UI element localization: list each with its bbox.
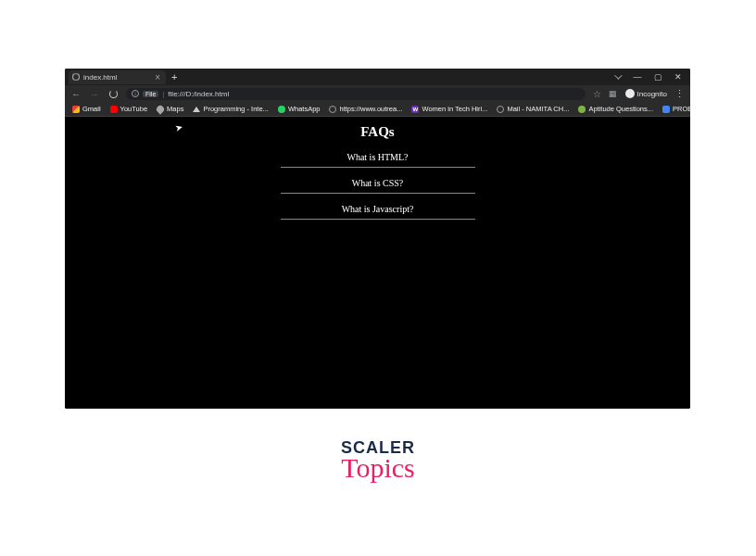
bookmark-label: YouTube	[120, 105, 147, 113]
browser-window: index.html × + — ▢ ✕ ← → i File | file:/…	[65, 69, 690, 409]
docs-icon	[662, 106, 670, 113]
bookmark-label: Gmail	[82, 105, 101, 113]
back-button[interactable]: ←	[70, 88, 82, 99]
incognito-label: Incognito	[637, 90, 667, 98]
site-info-icon[interactable]: i	[132, 90, 139, 97]
incognito-icon	[625, 89, 635, 98]
tab-strip: index.html × +	[69, 70, 607, 84]
bookmarks-bar: Gmail YouTube Maps Programming - Inte...…	[65, 102, 690, 117]
bookmark-problems[interactable]: PROBLEMS ON TRE...	[662, 105, 690, 113]
bookmark-aptitude[interactable]: Aptitude Questions...	[578, 105, 653, 113]
close-tab-icon[interactable]: ×	[155, 72, 160, 82]
bookmark-label: Programming - Inte...	[203, 105, 268, 113]
browser-tab[interactable]: index.html ×	[69, 70, 166, 84]
bookmark-women-tech[interactable]: WWomen in Tech Hiri...	[411, 105, 487, 113]
bookmark-label: Women in Tech Hiri...	[422, 105, 487, 113]
bookmark-outrea[interactable]: https://www.outrea...	[329, 105, 402, 113]
faq-item-text: What is Javascript?	[342, 204, 414, 214]
tab-title: index.html	[83, 73, 117, 82]
bookmark-gmail[interactable]: Gmail	[72, 105, 101, 113]
gmail-icon	[72, 106, 80, 113]
faq-item-text: What is CSS?	[352, 178, 404, 188]
bookmark-label: Aptitude Questions...	[588, 105, 653, 113]
scaler-logo: SCALER Topics	[341, 440, 415, 480]
kebab-menu-icon[interactable]: ⋮	[674, 88, 685, 100]
incognito-badge[interactable]: Incognito	[625, 89, 667, 98]
toolbar-right: ☆ ▦ Incognito ⋮	[593, 88, 685, 100]
page-viewport: ➤ FAQs What is HTML? What is CSS? What i…	[65, 117, 690, 409]
globe-icon	[329, 106, 336, 113]
cursor-icon: ➤	[174, 121, 184, 133]
faq-heading: FAQs	[360, 124, 394, 140]
titlebar: index.html × + — ▢ ✕	[65, 69, 690, 85]
faq-item-html[interactable]: What is HTML?	[281, 147, 475, 168]
bookmark-maps[interactable]: Maps	[157, 105, 183, 113]
w-icon: W	[411, 106, 419, 113]
reload-button[interactable]	[107, 88, 119, 99]
url-text: file:///D:/index.html	[168, 90, 229, 98]
faq-item-text: What is HTML?	[346, 152, 408, 162]
globe-icon	[72, 73, 80, 81]
whatsapp-icon	[278, 106, 285, 113]
scaler-topics-wordmark: Topics	[341, 455, 415, 480]
youtube-icon	[110, 106, 118, 113]
chevron-down-icon[interactable]	[612, 72, 622, 82]
aptitude-icon	[578, 106, 586, 113]
extensions-icon[interactable]: ▦	[609, 89, 618, 98]
maximize-icon[interactable]: ▢	[653, 72, 662, 82]
file-chip: File	[143, 91, 158, 97]
bookmark-programming[interactable]: Programming - Inte...	[193, 105, 268, 113]
bookmark-label: Mail - NAMITA CH...	[507, 105, 569, 113]
bookmark-label: WhatsApp	[288, 105, 321, 113]
globe-icon	[497, 106, 504, 113]
forward-button[interactable]: →	[89, 88, 100, 99]
faq-item-css[interactable]: What is CSS?	[281, 173, 475, 194]
faq-item-javascript[interactable]: What is Javascript?	[281, 199, 475, 220]
bookmark-whatsapp[interactable]: WhatsApp	[278, 105, 321, 113]
bookmark-star-icon[interactable]: ☆	[593, 89, 601, 99]
bookmark-label: https://www.outrea...	[339, 105, 402, 113]
minimize-icon[interactable]: —	[633, 72, 642, 82]
hat-icon	[193, 107, 200, 112]
url-input[interactable]: i File | file:///D:/index.html	[126, 88, 586, 100]
bookmark-label: Maps	[167, 105, 183, 113]
new-tab-button[interactable]: +	[171, 71, 177, 82]
bookmark-mail[interactable]: Mail - NAMITA CH...	[497, 105, 569, 113]
close-window-icon[interactable]: ✕	[674, 72, 683, 82]
maps-icon	[155, 104, 165, 114]
bookmark-label: PROBLEMS ON TRE...	[673, 105, 690, 113]
bookmark-youtube[interactable]: YouTube	[110, 105, 147, 113]
window-controls: — ▢ ✕	[612, 72, 687, 82]
address-bar: ← → i File | file:///D:/index.html ☆ ▦ I…	[65, 85, 690, 102]
